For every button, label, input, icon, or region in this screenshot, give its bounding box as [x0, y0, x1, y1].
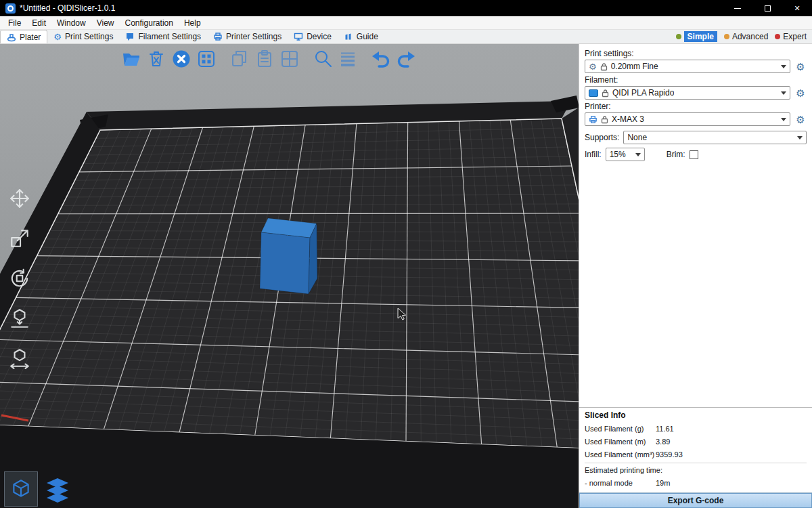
view-toggles	[4, 471, 74, 507]
mode-simple[interactable]: Simple	[676, 31, 717, 42]
infill-combo[interactable]: 15%	[606, 148, 645, 161]
printer-label: Printer:	[585, 102, 807, 111]
variable-layer-height-button[interactable]	[335, 47, 360, 71]
app-logo-icon	[5, 3, 16, 14]
printer-icon	[213, 32, 223, 41]
copy-button[interactable]	[227, 47, 252, 71]
redo-button[interactable]	[393, 47, 418, 71]
search-button[interactable]	[310, 47, 335, 71]
sliced-info-row: - normal mode 19m	[585, 477, 807, 490]
main-content: Print settings: ⚙ 0.20mm Fine ⚙ Filament…	[0, 44, 812, 508]
device-monitor-icon	[294, 32, 303, 41]
move-gizmo-button[interactable]	[4, 183, 35, 214]
tab-label: Print Settings	[65, 32, 113, 41]
model-cube[interactable]	[260, 218, 317, 294]
minimize-button[interactable]	[723, 0, 752, 16]
rotate-icon	[8, 267, 31, 290]
cut-gizmo-button[interactable]	[4, 343, 35, 374]
paste-button[interactable]	[252, 47, 277, 71]
copy-icon	[229, 48, 250, 70]
print-settings-combo[interactable]: ⚙ 0.20mm Fine	[585, 60, 790, 73]
mode-label: Expert	[783, 32, 807, 41]
tab-label: Device	[307, 32, 332, 41]
layer-height-icon	[337, 48, 359, 70]
cut-icon	[8, 347, 31, 370]
qidislicer-window: *Untitled - QIDISlicer-1.0.1 ✕ File Edit…	[0, 0, 812, 508]
open-folder-icon	[120, 48, 142, 70]
sliced-info-panel: Sliced Info Used Filament (g) 11.61 Used…	[579, 407, 812, 492]
gizmo-toolbar	[4, 183, 35, 374]
menu-help[interactable]: Help	[179, 16, 206, 29]
tab-filament-settings[interactable]: Filament Settings	[119, 30, 207, 43]
delete-button[interactable]	[143, 47, 168, 71]
chevron-down-icon	[781, 91, 786, 95]
tab-guide[interactable]: Guide	[338, 30, 384, 43]
maximize-button[interactable]	[752, 0, 782, 16]
printer-combo[interactable]: X-MAX 3	[585, 112, 790, 126]
redo-icon	[395, 48, 417, 70]
filament-combo[interactable]: QIDI PLA Rapido	[585, 86, 790, 100]
menu-edit[interactable]: Edit	[26, 16, 51, 29]
arrange-button[interactable]	[194, 47, 219, 71]
preview-layers-view-button[interactable]	[41, 471, 74, 507]
delete-all-icon	[171, 48, 192, 70]
open-button[interactable]	[118, 47, 143, 71]
filament-value: QIDI PLA Rapido	[612, 88, 674, 98]
export-gcode-button[interactable]: Export G-code	[579, 493, 812, 508]
tab-plater[interactable]: Plater	[0, 30, 47, 43]
3d-editor-icon	[9, 478, 32, 501]
place-on-face-gizmo-button[interactable]	[4, 303, 35, 334]
supports-combo[interactable]: None	[623, 131, 807, 144]
print-settings-gear-button[interactable]: ⚙	[794, 62, 807, 72]
split-objects-button[interactable]	[277, 47, 302, 71]
mode-expert[interactable]: Expert	[775, 32, 807, 41]
plater-icon	[7, 33, 16, 42]
editor-3d-view-button[interactable]	[4, 471, 38, 507]
menu-view[interactable]: View	[91, 16, 120, 29]
close-button[interactable]: ✕	[782, 0, 812, 16]
printer-gear-button[interactable]: ⚙	[794, 114, 807, 125]
move-icon	[8, 187, 31, 210]
window-controls: ✕	[723, 0, 812, 16]
sliced-info-row: Estimated printing time:	[585, 463, 807, 477]
tab-label: Guide	[357, 32, 378, 41]
tab-printer-settings[interactable]: Printer Settings	[207, 30, 288, 43]
menu-file[interactable]: File	[3, 16, 26, 29]
window-title: *Untitled - QIDISlicer-1.0.1	[20, 3, 115, 13]
menu-configuration[interactable]: Configuration	[120, 16, 179, 29]
chevron-down-icon	[781, 118, 786, 121]
print-settings-value: 0.20mm Fine	[611, 62, 658, 71]
settings-sidebar: Print settings: ⚙ 0.20mm Fine ⚙ Filament…	[579, 44, 812, 508]
filament-gear-button[interactable]: ⚙	[794, 88, 807, 98]
menu-window[interactable]: Window	[51, 16, 91, 29]
sidebar-controls: Print settings: ⚙ 0.20mm Fine ⚙ Filament…	[579, 44, 812, 165]
brim-checkbox[interactable]	[690, 150, 698, 159]
scale-icon	[8, 227, 31, 250]
3d-viewport[interactable]	[0, 44, 579, 508]
sliced-info-title: Sliced Info	[585, 410, 807, 420]
undo-button[interactable]	[368, 47, 393, 71]
tab-print-settings[interactable]: ⚙ Print Settings	[47, 30, 119, 43]
menu-bar: File Edit Window View Configuration Help	[0, 16, 812, 30]
tab-label: Plater	[20, 33, 41, 42]
title-bar: *Untitled - QIDISlicer-1.0.1 ✕	[0, 0, 812, 16]
lock-icon	[601, 115, 608, 124]
filament-label: Filament:	[585, 75, 807, 85]
sliced-info-row: Used Filament (m) 3.89	[585, 436, 807, 448]
rotate-gizmo-button[interactable]	[4, 263, 35, 294]
mode-label: Simple	[684, 31, 717, 42]
tab-device[interactable]: Device	[288, 30, 338, 43]
simple-mode-dot-icon	[676, 34, 681, 39]
printer-icon	[589, 115, 597, 124]
mode-advanced[interactable]: Advanced	[724, 32, 768, 41]
infill-value: 15%	[610, 150, 626, 159]
undo-icon	[370, 48, 392, 70]
search-icon	[312, 48, 334, 70]
scale-gizmo-button[interactable]	[4, 223, 35, 254]
gear-icon: ⚙	[53, 33, 62, 41]
scene-canvas	[0, 44, 579, 508]
delete-all-button[interactable]	[168, 47, 194, 71]
supports-label: Supports:	[585, 133, 619, 142]
trash-delete-icon	[145, 48, 167, 70]
tab-label: Filament Settings	[138, 32, 201, 41]
